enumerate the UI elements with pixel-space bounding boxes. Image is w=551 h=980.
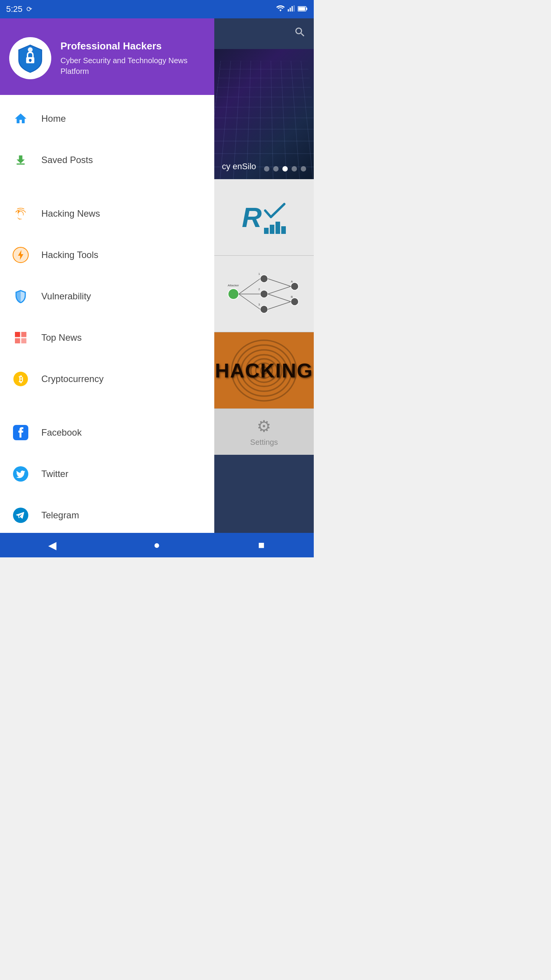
hacking-tools-label: Hacking Tools: [41, 250, 98, 260]
card-network[interactable]: Attacker 1 2 3 A B: [214, 256, 314, 332]
settings-label: Settings: [250, 438, 278, 447]
top-news-label: Top News: [41, 332, 82, 343]
sidebar-item-top-news[interactable]: Top News: [0, 317, 214, 358]
sync-icon: ⟳: [26, 5, 32, 13]
svg-text:1: 1: [258, 272, 260, 276]
vulnerability-label: Vulnerability: [41, 291, 91, 302]
sidebar: Professional Hackers Cyber Security and …: [0, 18, 214, 533]
sidebar-item-hacking-news[interactable]: Hacking News: [0, 193, 214, 234]
svg-text:B: B: [291, 295, 293, 299]
svg-point-27: [291, 298, 298, 305]
card-hacking[interactable]: HACKING: [214, 332, 314, 409]
sidebar-item-saved-posts[interactable]: Saved Posts: [0, 139, 214, 181]
facebook-label: Facebook: [41, 427, 82, 438]
nav-section-main: Home Saved Posts: [0, 95, 214, 184]
svg-line-33: [268, 294, 291, 302]
svg-point-25: [260, 305, 268, 313]
nav-section-social: Facebook Twitter Teleg: [0, 409, 214, 533]
svg-rect-13: [15, 332, 20, 337]
svg-text:A: A: [291, 280, 293, 283]
svg-rect-15: [15, 338, 20, 344]
sidebar-item-twitter[interactable]: Twitter: [0, 453, 214, 495]
svg-line-32: [268, 286, 291, 294]
svg-point-46: [236, 345, 292, 396]
card-rt-logo[interactable]: R: [214, 179, 314, 256]
rt-logo: R: [242, 201, 286, 234]
rt-r-letter: R: [242, 204, 262, 231]
app-subtitle: Cyber Security and Technology News Platf…: [60, 55, 205, 77]
svg-rect-14: [21, 332, 27, 337]
svg-text:₿: ₿: [19, 374, 23, 384]
nav-section-categories: Hacking News Hacking Tools: [0, 190, 214, 403]
sidebar-item-hacking-tools[interactable]: Hacking Tools: [0, 234, 214, 276]
back-button[interactable]: ◀: [41, 534, 64, 557]
svg-text:3: 3: [258, 303, 260, 306]
app-logo: [9, 37, 51, 79]
content-panel: cy enSilo R: [214, 18, 314, 533]
svg-point-21: [13, 508, 28, 523]
twitter-icon: [11, 464, 31, 484]
svg-line-28: [239, 279, 260, 294]
svg-rect-1: [290, 8, 291, 11]
svg-rect-0: [288, 9, 289, 11]
svg-rect-2: [292, 6, 293, 11]
shield-icon: [11, 286, 31, 306]
status-bar: 5:25 ⟳: [0, 0, 314, 18]
dot-4: [301, 166, 306, 172]
fingerprint-icon: [11, 204, 31, 224]
dot-2: [282, 166, 288, 172]
dot-0: [264, 166, 269, 172]
rt-check-bar: [263, 201, 286, 234]
sidebar-item-cryptocurrency[interactable]: ₿ Cryptocurrency: [0, 358, 214, 400]
hero-dots: [264, 166, 306, 172]
app-info: Professional Hackers Cyber Security and …: [60, 40, 205, 77]
sidebar-item-home[interactable]: Home: [0, 98, 214, 139]
facebook-icon: [11, 423, 31, 443]
svg-point-26: [291, 283, 298, 290]
battery-icon: [298, 5, 308, 13]
search-button[interactable]: [294, 26, 306, 41]
app-title: Professional Hackers: [60, 40, 205, 53]
grid-icon: [11, 328, 31, 348]
svg-line-34: [268, 302, 291, 309]
twitter-label: Twitter: [41, 469, 68, 479]
svg-point-42: [256, 363, 272, 378]
svg-point-24: [260, 290, 268, 298]
sidebar-item-facebook[interactable]: Facebook: [0, 412, 214, 453]
svg-point-45: [241, 350, 287, 391]
home-label: Home: [41, 113, 66, 124]
svg-point-23: [260, 275, 268, 283]
home-button[interactable]: ●: [145, 534, 168, 557]
recents-button[interactable]: ■: [250, 534, 273, 557]
svg-point-22: [228, 289, 239, 299]
svg-text:Attacker: Attacker: [228, 284, 239, 287]
sidebar-item-telegram[interactable]: Telegram: [0, 495, 214, 533]
sidebar-item-vulnerability[interactable]: Vulnerability: [0, 276, 214, 317]
settings-area[interactable]: ⚙ Settings: [214, 409, 314, 455]
status-time: 5:25: [6, 4, 23, 14]
hacking-news-label: Hacking News: [41, 208, 100, 219]
download-icon: [11, 150, 31, 170]
sidebar-header: Professional Hackers Cyber Security and …: [0, 18, 214, 95]
svg-rect-5: [306, 8, 307, 10]
svg-rect-9: [29, 60, 31, 62]
status-bar-right: [276, 5, 308, 13]
settings-gear-icon: ⚙: [257, 417, 271, 436]
rt-bar-chart: [264, 222, 286, 234]
svg-rect-3: [293, 5, 295, 11]
signal-icon: [288, 5, 295, 13]
cryptocurrency-label: Cryptocurrency: [41, 374, 104, 384]
telegram-icon: [11, 505, 31, 525]
svg-rect-6: [298, 7, 305, 10]
bitcoin-icon: ₿: [11, 369, 31, 389]
svg-point-41: [261, 367, 267, 374]
svg-line-30: [239, 294, 260, 309]
content-header: [214, 18, 314, 49]
telegram-label: Telegram: [41, 510, 79, 521]
dot-3: [292, 166, 297, 172]
network-diagram: Attacker 1 2 3 A B: [218, 263, 310, 325]
hero-area: cy enSilo: [214, 49, 314, 179]
hero-label: cy enSilo: [222, 162, 256, 172]
svg-rect-16: [21, 338, 27, 344]
main-layout: Professional Hackers Cyber Security and …: [0, 18, 314, 533]
